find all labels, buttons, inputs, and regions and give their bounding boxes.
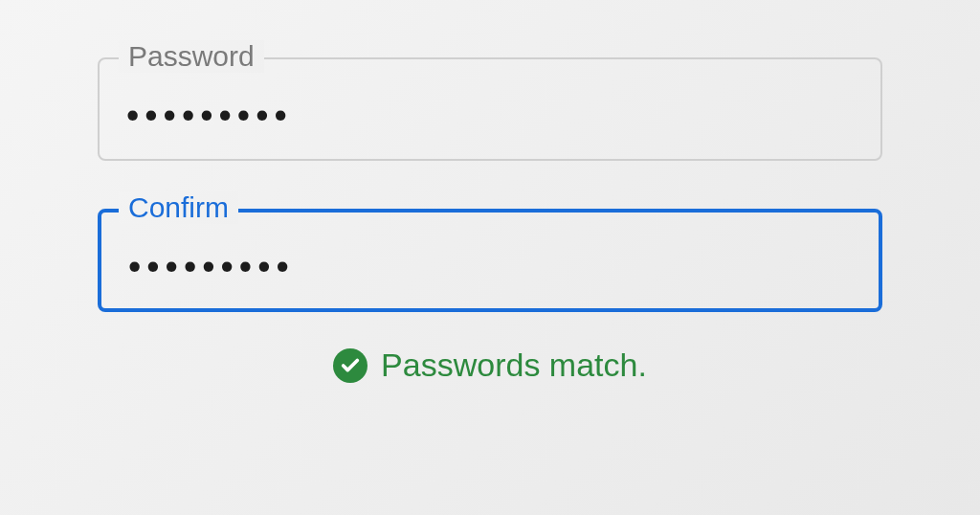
checkmark-circle-icon <box>333 348 368 383</box>
password-field-box[interactable] <box>98 57 882 161</box>
validation-status: Passwords match. <box>333 347 647 384</box>
confirm-input[interactable] <box>128 247 852 288</box>
password-field-group: Password <box>98 57 882 161</box>
confirm-field-group: Confirm <box>98 209 882 312</box>
status-message: Passwords match. <box>381 347 647 384</box>
confirm-label: Confirm <box>119 191 238 224</box>
password-input[interactable] <box>126 96 854 137</box>
password-form: Password Confirm <box>98 57 882 312</box>
password-label: Password <box>119 40 264 73</box>
confirm-field-box[interactable] <box>98 209 882 312</box>
